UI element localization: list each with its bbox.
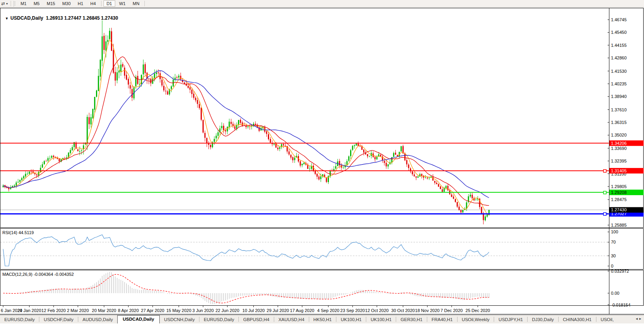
svg-text:1.28475: 1.28475 — [611, 197, 627, 202]
svg-text:17 Aug 2020: 17 Aug 2020 — [290, 308, 314, 313]
svg-text:1.37610: 1.37610 — [611, 107, 627, 112]
chart-tab-eurusd-daily[interactable]: EURUSD,Daily — [0, 316, 39, 323]
svg-text:1.35020: 1.35020 — [611, 133, 627, 137]
svg-text:20 Mar 2020: 20 Mar 2020 — [92, 308, 116, 313]
chart-tab-usdcad-daily[interactable]: USDCAD,Daily — [117, 315, 160, 323]
svg-text:30: 30 — [611, 253, 616, 258]
chart-collapse-icon[interactable]: ▼ — [5, 17, 9, 20]
svg-text:25 Dec 2020: 25 Dec 2020 — [465, 308, 490, 313]
chart-tab-usdjpy-h1[interactable]: USDJPY,H1 — [494, 316, 527, 323]
svg-text:1.25885: 1.25885 — [611, 223, 627, 227]
chart-tab-china300-h1[interactable]: CHINA300,H1 — [559, 316, 596, 323]
svg-text:0.032972: 0.032972 — [611, 269, 629, 273]
svg-text:1.32395: 1.32395 — [611, 159, 627, 163]
svg-text:1.33690: 1.33690 — [611, 146, 627, 151]
svg-text:3 Jun 2020: 3 Jun 2020 — [192, 308, 214, 313]
chart-ohlc-values: 1.26913 1.27447 1.26845 1.27430 — [46, 15, 118, 21]
svg-text:22 Jun 2020: 22 Jun 2020 — [216, 308, 240, 313]
svg-text:10 Jul 2020: 10 Jul 2020 — [242, 308, 265, 313]
svg-text:1.38940: 1.38940 — [611, 94, 627, 99]
svg-text:1.44155: 1.44155 — [611, 43, 627, 48]
svg-text:27 Apr 2020: 27 Apr 2020 — [141, 308, 164, 313]
svg-text:18 Nov 2020: 18 Nov 2020 — [415, 308, 439, 313]
svg-text:1.31405: 1.31405 — [611, 168, 627, 173]
chart-tab-gbpusd-h4[interactable]: GBPUSD,H4 — [239, 316, 273, 323]
svg-text:1.27430: 1.27430 — [611, 207, 627, 212]
time-axis: 6 Jan 202024 Jan 202012 Feb 20202 Mar 20… — [1, 306, 490, 313]
chart-tab-audusd-daily[interactable]: AUDUSD,Daily — [78, 316, 117, 323]
mt4-terminal: { "toolbar": { "tool_icon": "⇄", "tool_c… — [0, 0, 644, 327]
chart-tab-uk100-h1[interactable]: UK100,H1 — [336, 316, 366, 323]
svg-text:15 May 2020: 15 May 2020 — [166, 308, 192, 313]
svg-text:1.29208: 1.29208 — [611, 190, 627, 195]
svg-text:100: 100 — [611, 229, 618, 234]
svg-text:2 Mar 2020: 2 Mar 2020 — [67, 308, 89, 313]
chart-title: ▼USDCAD,Daily 1.26913 1.27447 1.26845 1.… — [2, 10, 118, 21]
chart-canvas[interactable]: 1.467451.454501.441551.428601.415301.402… — [0, 0, 644, 315]
tab-scroll-arrows: ◂▸ — [636, 316, 643, 321]
svg-text:0: 0 — [611, 264, 613, 268]
svg-text:1.40235: 1.40235 — [611, 81, 627, 86]
panel-frames — [0, 8, 644, 314]
svg-text:1.46745: 1.46745 — [611, 17, 627, 22]
chart-tab-bar: EURUSD,DailyUSDCHF,DailyAUDUSD,DailyUSDC… — [0, 315, 644, 323]
svg-text:23 Sep 2020: 23 Sep 2020 — [340, 308, 365, 313]
svg-text:1.34206: 1.34206 — [611, 141, 627, 146]
svg-text:30 Oct 2020: 30 Oct 2020 — [391, 308, 415, 313]
chart-tab-eurusd-daily[interactable]: EURUSD,Daily — [199, 316, 238, 323]
svg-text:12 Feb 2020: 12 Feb 2020 — [41, 308, 66, 313]
tab-scroll-right-icon[interactable]: ▸ — [639, 316, 643, 321]
chart-tab-ger30-h1[interactable]: GER30,H1 — [396, 316, 427, 323]
chart-tab-xauusd-h4[interactable]: XAUUSD,H4 — [274, 316, 309, 323]
svg-text:24 Jan 2020: 24 Jan 2020 — [17, 308, 41, 313]
chart-tab-fra40-h1[interactable]: FRA40,H1 — [427, 316, 457, 323]
svg-text:1.42860: 1.42860 — [611, 55, 627, 60]
svg-text:-0.018154: -0.018154 — [611, 303, 631, 307]
chart-tab-hk50-h1[interactable]: HK50,H1 — [309, 316, 336, 323]
svg-text:8 Apr 2020: 8 Apr 2020 — [118, 308, 139, 313]
chart-tab-dj30-daily[interactable]: DJ30,Daily — [528, 316, 558, 323]
tab-scroll-left-icon[interactable]: ◂ — [636, 316, 639, 321]
svg-text:0.00: 0.00 — [611, 291, 619, 296]
chart-tab-usdcnh-daily[interactable]: USDCNH,Daily — [160, 316, 199, 323]
svg-text:1.45450: 1.45450 — [611, 30, 627, 35]
rsi-indicator-label: RSI(14) 44.5119 — [2, 230, 34, 235]
svg-text:1.36315: 1.36315 — [611, 120, 627, 125]
chart-tab-uk100-h1[interactable]: UK100,H1 — [366, 316, 396, 323]
chart-symbol-label: USDCAD,Daily — [11, 15, 43, 21]
chart-window[interactable]: 1.467451.454501.441551.428601.415301.402… — [0, 0, 644, 316]
svg-text:29 Jul 2020: 29 Jul 2020 — [267, 308, 289, 313]
macd-indicator-label: MACD(12,26,9) -0.004364 -0.004352 — [2, 272, 74, 277]
svg-text:1.41530: 1.41530 — [611, 69, 627, 74]
svg-text:4 Sep 2020: 4 Sep 2020 — [317, 308, 339, 313]
svg-text:12 Oct 2020: 12 Oct 2020 — [365, 308, 389, 313]
chart-tab-usoil-weekly[interactable]: USOil,Weekly — [458, 316, 494, 323]
svg-text:70: 70 — [611, 240, 616, 244]
svg-text:1.29805: 1.29805 — [611, 184, 627, 189]
chart-tab-usoil-[interactable]: USOil, — [596, 316, 618, 323]
svg-text:7 Dec 2020: 7 Dec 2020 — [441, 308, 463, 313]
chart-tab-usdchf-daily[interactable]: USDCHF,Daily — [39, 316, 78, 323]
